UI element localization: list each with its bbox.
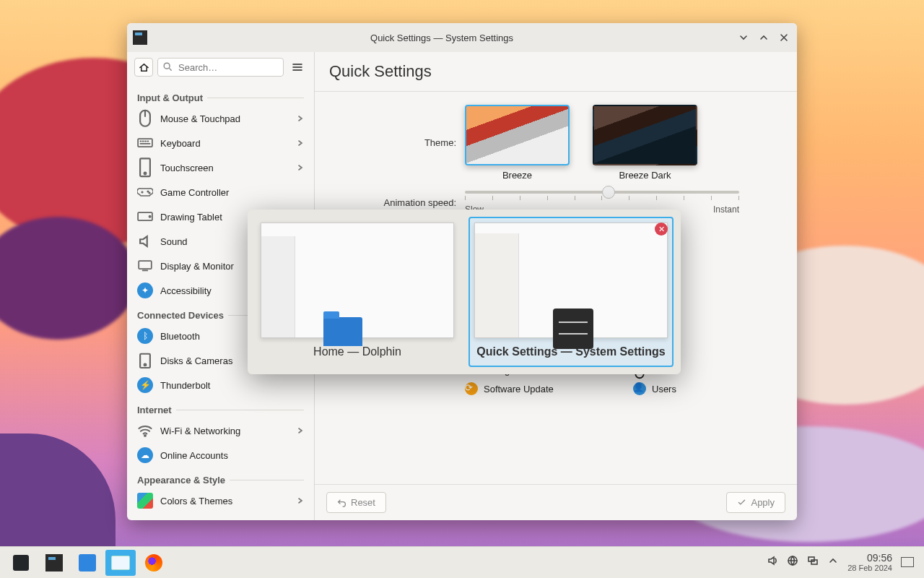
switcher-item-dolphin[interactable]: Home — Dolphin (255, 217, 460, 367)
sidebar-item-label: Display & Monitor (160, 261, 234, 272)
tablet-icon (137, 209, 153, 225)
touchscreen-icon (137, 160, 153, 176)
sidebar-item-label: Disks & Cameras (160, 355, 232, 366)
sidebar-item-label: Drawing Tablet (160, 212, 222, 223)
sidebar-item-label: Accessibility (160, 285, 212, 296)
taskbar-discover[interactable] (72, 550, 103, 576)
sound-icon (137, 233, 153, 249)
thunderbolt-icon: ⚡ (137, 377, 153, 393)
sidebar-item-label: Thunderbolt (160, 380, 210, 391)
svg-point-11 (144, 363, 147, 366)
clock[interactable]: 09:56 28 Feb 2024 (847, 553, 892, 572)
minimize-button[interactable] (736, 30, 751, 45)
theme-name: Breeze Dark (619, 170, 671, 181)
slider-handle[interactable] (602, 186, 615, 199)
sidebar-item-keyboard[interactable]: Keyboard (127, 131, 314, 155)
search-input[interactable] (157, 58, 284, 77)
menu-icon (292, 61, 303, 73)
sidebar-item-label: Mouse & Touchpad (160, 113, 240, 124)
network-globe-icon[interactable] (787, 555, 798, 569)
chevron-right-icon (297, 138, 304, 149)
task-switcher: Home — Dolphin ✕ Quick Settings — System… (248, 210, 681, 374)
tray-expand-icon[interactable] (827, 555, 839, 569)
sidebar-item-label: Keyboard (160, 138, 201, 149)
sidebar-item-thunderbolt[interactable]: ⚡ Thunderbolt (127, 373, 314, 397)
theme-label: Theme: (328, 137, 465, 148)
svg-rect-2 (138, 139, 152, 147)
hamburger-menu-button[interactable] (288, 58, 307, 77)
titlebar: Quick Settings — System Settings (127, 23, 797, 52)
users-icon: 👤 (633, 382, 646, 395)
sidebar-category: Internet (127, 397, 314, 418)
close-window-button[interactable]: ✕ (655, 223, 668, 236)
sidebar-item-label: Sound (160, 236, 188, 247)
animation-speed-slider[interactable] (465, 191, 739, 194)
animation-speed-label: Animation speed: (328, 197, 465, 208)
folder-icon (323, 317, 362, 346)
undo-icon (337, 498, 346, 507)
network-icon[interactable] (807, 555, 819, 569)
theme-thumbnail (593, 105, 697, 165)
most-used-users[interactable]: 👤 Users (633, 382, 784, 395)
taskbar-firefox[interactable] (139, 550, 169, 576)
sidebar-item-label: Online Accounts (160, 450, 228, 461)
chevron-right-icon (297, 496, 304, 506)
taskbar-system-settings[interactable] (39, 550, 69, 576)
display-icon (137, 258, 153, 274)
most-used-software-update[interactable]: ⟳ Software Update (465, 382, 616, 395)
theme-option-breeze[interactable]: Breeze (465, 105, 570, 181)
close-button[interactable] (777, 30, 791, 45)
apply-button[interactable]: Apply (726, 492, 785, 513)
sidebar-item-label: Colors & Themes (160, 496, 232, 506)
sidebar-item-mouse-touchpad[interactable]: Mouse & Touchpad (127, 106, 314, 131)
window-preview (261, 223, 454, 338)
mouse-icon (137, 111, 153, 126)
svg-point-5 (147, 191, 149, 192)
maximize-button[interactable] (757, 30, 771, 45)
svg-point-6 (149, 192, 150, 194)
chevron-right-icon (297, 426, 304, 436)
reset-button[interactable]: Reset (326, 492, 386, 513)
sidebar-item-touchscreen[interactable]: Touchscreen (127, 155, 314, 180)
most-used-label: Users (652, 384, 676, 394)
kde-icon (12, 554, 30, 571)
system-tray: 09:56 28 Feb 2024 (767, 553, 918, 572)
taskbar-dolphin[interactable] (105, 550, 136, 576)
sidebar-item-label: Bluetooth (160, 331, 200, 342)
window-title: Quick Settings — System Settings (153, 33, 731, 43)
volume-icon[interactable] (767, 555, 778, 569)
theme-option-breeze-dark[interactable]: Breeze Dark (593, 105, 697, 181)
svg-point-8 (149, 216, 150, 217)
home-icon (139, 62, 149, 73)
slider-instant-label: Instant (713, 204, 739, 215)
fox-icon (145, 554, 162, 571)
page-title: Quick Settings (315, 52, 797, 92)
sidebar-item-online-accounts[interactable]: ☁ Online Accounts (127, 443, 314, 467)
colors-icon (137, 493, 153, 509)
search-icon (162, 61, 173, 74)
app-icon (133, 30, 147, 45)
taskbar-app-launcher[interactable] (6, 550, 36, 576)
discover-icon (79, 554, 96, 571)
keyboard-icon (137, 135, 153, 151)
switcher-caption: Home — Dolphin (313, 345, 401, 358)
sidebar-item-game-controller[interactable]: Game Controller (127, 180, 314, 204)
svg-point-12 (144, 435, 146, 436)
show-desktop-button[interactable] (901, 557, 914, 567)
sidebar-item-label: Touchscreen (160, 163, 214, 173)
home-button[interactable] (134, 58, 153, 77)
sidebar-category: Appearance & Style (127, 467, 314, 488)
sidebar-item-label: Wi-Fi & Networking (160, 426, 240, 436)
theme-name: Breeze (502, 170, 532, 181)
chevron-right-icon (297, 163, 304, 173)
sidebar-category: Input & Output (127, 85, 314, 106)
wifi-icon (137, 423, 153, 439)
svg-rect-9 (139, 261, 152, 269)
sidebar-item-colors-themes[interactable]: Colors & Themes (127, 488, 314, 513)
sidebar-item-wi-fi-networking[interactable]: Wi-Fi & Networking (127, 418, 314, 443)
settings-icon (553, 309, 593, 349)
switcher-item-settings[interactable]: ✕ Quick Settings — System Settings (468, 217, 674, 367)
window-preview (474, 223, 668, 338)
accessibility-icon: ✦ (137, 282, 153, 298)
svg-point-4 (144, 173, 147, 175)
